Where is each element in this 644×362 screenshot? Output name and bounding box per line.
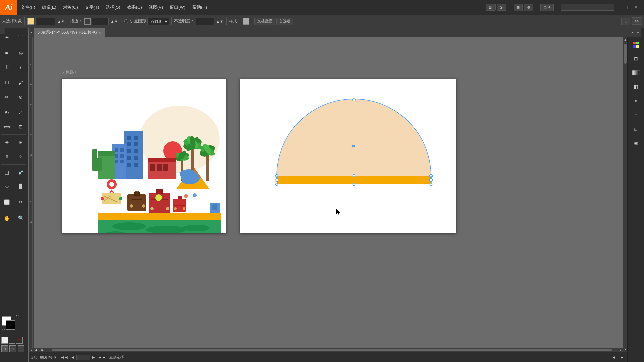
doc-tab[interactable]: 未标题-1* @ 66.67% (RGB/预览) × bbox=[34, 28, 105, 37]
stock-btn[interactable]: St bbox=[497, 4, 506, 11]
auto-btn[interactable]: 自动 bbox=[540, 4, 554, 11]
background-color[interactable] bbox=[6, 320, 15, 330]
close-btn[interactable]: ✕ bbox=[633, 5, 639, 10]
stroke-arrow[interactable]: ▲▼ bbox=[110, 19, 119, 23]
color-btn[interactable] bbox=[1, 337, 8, 344]
lasso-tool-btn[interactable]: ⌒ bbox=[14, 30, 28, 44]
doc-settings-btn[interactable]: 文档设置 bbox=[254, 18, 275, 25]
draw-inside-btn[interactable]: ⊞ bbox=[18, 345, 24, 352]
rectangle-tool-btn[interactable]: □ bbox=[0, 76, 14, 90]
gradient-tool-btn[interactable]: ◫ bbox=[0, 165, 14, 179]
add-anchor-tool-btn[interactable]: ⊕ bbox=[14, 46, 28, 60]
scrollbar-thumb-horizontal[interactable] bbox=[52, 349, 612, 351]
scrollbar-right[interactable]: ▲ ▼ bbox=[623, 37, 627, 352]
layers-panel-btn[interactable]: ◉ bbox=[630, 137, 642, 149]
zoom-tool-btn[interactable]: 🔍 bbox=[14, 211, 28, 225]
artboard-tool-btn[interactable]: ⬜ bbox=[0, 195, 14, 209]
minimize-btn[interactable]: — bbox=[619, 5, 624, 10]
menu-file[interactable]: 文件(F) bbox=[17, 0, 39, 15]
hand-tool-btn[interactable]: ✋ bbox=[0, 211, 14, 225]
free-transform-tool-btn[interactable]: ⊡ bbox=[14, 120, 28, 134]
shape-select[interactable]: 点圆形 bbox=[147, 18, 169, 25]
stroke-panel-btn[interactable]: ⊞ bbox=[630, 53, 642, 65]
menu-type[interactable]: 文字(T) bbox=[82, 0, 103, 15]
bottom-left-arrow[interactable]: ◄ bbox=[33, 348, 39, 352]
page-last-btn[interactable]: ►► bbox=[97, 355, 107, 360]
live-paint-tool-btn[interactable]: ⊞ bbox=[14, 135, 28, 149]
fill-color-box[interactable] bbox=[27, 18, 34, 25]
tab-left-arrow[interactable]: ◄ bbox=[29, 28, 34, 37]
search-input[interactable] bbox=[561, 4, 614, 11]
line-tool-btn[interactable]: / bbox=[14, 60, 28, 74]
draw-behind-btn[interactable]: ⊡ bbox=[9, 345, 16, 352]
status-right-play1[interactable]: ◄ bbox=[611, 355, 616, 360]
transparency-panel-btn[interactable]: ◧ bbox=[630, 81, 642, 93]
gradient-panel-btn[interactable] bbox=[630, 67, 642, 79]
scroll-up-btn[interactable]: ▲ bbox=[624, 38, 627, 42]
menu-effect[interactable]: 效果(C) bbox=[124, 0, 145, 15]
opacity-arrow[interactable]: ▲▼ bbox=[215, 19, 224, 23]
scrollbar-bottom[interactable]: ◄ ◄ ► ► bbox=[29, 348, 623, 352]
opacity-input[interactable]: 100% bbox=[196, 18, 214, 25]
stroke-color-box[interactable] bbox=[84, 18, 91, 25]
menu-select[interactable]: 选择(S) bbox=[102, 0, 123, 15]
zoom-display: 66.67% ▼ bbox=[40, 355, 57, 359]
type-tool-btn[interactable]: T bbox=[0, 60, 14, 74]
hide-btn[interactable]: >> bbox=[632, 17, 642, 25]
scale-tool-btn[interactable]: ⤢ bbox=[14, 106, 28, 120]
width-tool-btn[interactable]: ⟺ bbox=[0, 120, 14, 134]
tab-close-btn[interactable]: × bbox=[99, 31, 101, 35]
draw-normal-btn[interactable]: □ bbox=[1, 345, 8, 352]
stroke-value-input[interactable] bbox=[92, 18, 109, 25]
svg-point-114 bbox=[353, 98, 356, 101]
pencil-tool-btn[interactable]: ✏ bbox=[0, 90, 14, 104]
zoom-arrow[interactable]: ▼ bbox=[53, 355, 57, 359]
paintbrush-tool-btn[interactable]: 🖌 bbox=[14, 76, 28, 90]
scroll-right-btn[interactable]: ► bbox=[619, 349, 623, 351]
page-prev-btn[interactable]: ◄ bbox=[70, 355, 75, 360]
swatches-panel-btn[interactable] bbox=[630, 39, 642, 51]
none-btn[interactable]: / bbox=[16, 337, 23, 344]
swap-colors-btn[interactable]: ⇄ bbox=[16, 314, 19, 317]
transform-panel-btn[interactable]: □ bbox=[630, 123, 642, 135]
blend-tool-btn[interactable]: ∞ bbox=[0, 179, 14, 193]
workspace-tools-btn[interactable]: ⚙ bbox=[524, 4, 533, 11]
tab-options-btn[interactable]: ▼ bbox=[635, 28, 641, 37]
menu-view[interactable]: 视图(V) bbox=[145, 0, 166, 15]
scroll-down-btn[interactable]: ▼ bbox=[624, 347, 627, 351]
arrange-btn[interactable]: ⊞ bbox=[621, 18, 630, 25]
eraser-tool-btn[interactable]: ⊘ bbox=[14, 90, 28, 104]
menu-object[interactable]: 对象(O) bbox=[60, 0, 82, 15]
slice-tool-btn[interactable]: ✂ bbox=[14, 195, 28, 209]
menu-edit[interactable]: 编辑(E) bbox=[39, 0, 60, 15]
shape-builder-tool-btn[interactable]: ⊕ bbox=[0, 135, 14, 149]
menu-help[interactable]: 帮助(H) bbox=[189, 0, 210, 15]
bottom-right-arrow[interactable]: ► bbox=[40, 348, 45, 352]
pen-tool-btn[interactable]: ✒ bbox=[0, 46, 14, 60]
bridge-btn[interactable]: Br bbox=[486, 4, 496, 11]
eyedropper-tool-btn[interactable]: 💉 bbox=[14, 165, 28, 179]
menu-window[interactable]: 窗口(W) bbox=[166, 0, 189, 15]
status-right-play2[interactable]: ► bbox=[619, 355, 625, 360]
fill-value-input[interactable] bbox=[35, 18, 55, 25]
scroll-left-btn[interactable]: ◄ bbox=[29, 349, 33, 351]
style-box[interactable] bbox=[243, 18, 249, 25]
fill-arrow[interactable]: ▲▼ bbox=[57, 19, 65, 23]
page-input[interactable]: 1 bbox=[76, 355, 90, 360]
rotate-tool-btn[interactable]: ↻ bbox=[0, 106, 14, 120]
page-next-btn[interactable]: ► bbox=[91, 355, 96, 360]
reset-colors-btn[interactable]: ↩ bbox=[2, 328, 5, 332]
scrollbar-thumb-vertical[interactable] bbox=[624, 44, 627, 64]
mesh-tool-btn[interactable]: ⊹ bbox=[14, 149, 28, 164]
maximize-btn[interactable]: □ bbox=[626, 5, 631, 10]
workspace-arrange-btn[interactable]: ⊞ bbox=[514, 4, 523, 11]
tab-right-arrow[interactable]: ► bbox=[630, 28, 635, 37]
preferences-btn[interactable]: 首选项 bbox=[276, 18, 293, 25]
gradient-btn[interactable] bbox=[9, 337, 15, 344]
svg-point-118 bbox=[275, 179, 278, 182]
perspective-tool-btn[interactable]: ⊠ bbox=[0, 149, 14, 164]
page-first-btn[interactable]: ◄◄ bbox=[60, 355, 69, 360]
align-panel-btn[interactable]: ≡ bbox=[630, 109, 642, 121]
graph-tool-btn[interactable]: ▊ bbox=[14, 179, 28, 193]
appearance-panel-btn[interactable]: ✦ bbox=[630, 95, 642, 107]
